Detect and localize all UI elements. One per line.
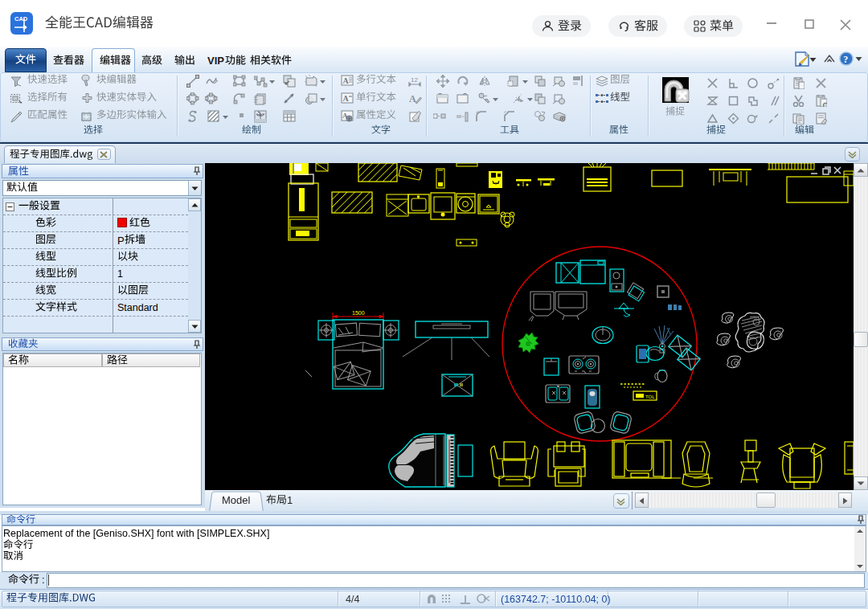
svg-text:12: 12 <box>411 76 418 84</box>
svg-text:TOL: TOL <box>645 394 655 399</box>
svg-text:?: ? <box>843 54 848 65</box>
svg-text:CAD: CAD <box>14 15 28 22</box>
svg-text:1500: 1500 <box>352 310 365 316</box>
svg-text:A: A <box>343 76 350 85</box>
svg-text:A: A <box>343 94 350 103</box>
